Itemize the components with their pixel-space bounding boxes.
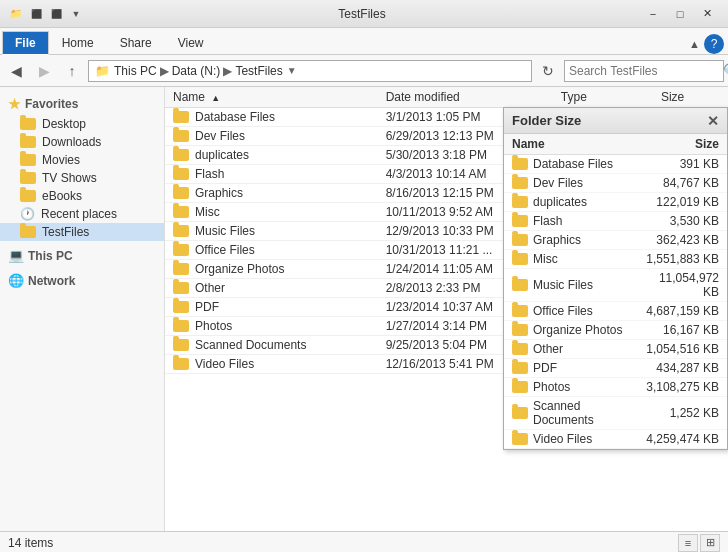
view-details-button[interactable]: ⊞	[700, 534, 720, 552]
sidebar-favorites-label: Favorites	[25, 97, 78, 111]
popup-table-row[interactable]: Office Files 4,687,159 KB	[504, 302, 727, 321]
folder-icon	[173, 339, 189, 351]
file-name: Graphics	[195, 186, 243, 200]
popup-table-row[interactable]: Graphics 362,423 KB	[504, 231, 727, 250]
computer-icon: 💻	[8, 248, 24, 263]
sidebar-item-label: Desktop	[42, 117, 86, 131]
popup-folder-name: Other	[533, 342, 563, 356]
ribbon-expand-icon[interactable]: ▲	[689, 38, 700, 50]
forward-button[interactable]: ▶	[32, 59, 56, 83]
window-title: TestFiles	[84, 7, 640, 21]
folder-icon	[512, 433, 528, 445]
dropdown-icon[interactable]: ▼	[68, 6, 84, 22]
popup-folder-name: Graphics	[533, 233, 581, 247]
file-name: Office Files	[195, 243, 255, 257]
popup-folder-name: Video Files	[533, 432, 592, 446]
sidebar-item-ebooks[interactable]: eBooks	[0, 187, 164, 205]
sidebar-item-downloads[interactable]: Downloads	[0, 133, 164, 151]
search-box[interactable]: 🔍	[564, 60, 724, 82]
sidebar-favorites-header[interactable]: ★ Favorites	[0, 93, 164, 115]
popup-folder-name: duplicates	[533, 195, 587, 209]
back-button[interactable]: ◀	[4, 59, 28, 83]
quick-access-icon: ⬛	[28, 6, 44, 22]
search-input[interactable]	[569, 64, 719, 78]
network-icon: 🌐	[8, 273, 24, 288]
folder-icon	[173, 301, 189, 313]
sidebar-thispc-header[interactable]: 💻 This PC	[0, 245, 164, 266]
popup-table-row[interactable]: duplicates 122,019 KB	[504, 193, 727, 212]
col-header-size[interactable]: Size	[653, 87, 728, 108]
sidebar-item-movies[interactable]: Movies	[0, 151, 164, 169]
folder-icon	[512, 407, 528, 419]
popup-folder-name: PDF	[533, 361, 557, 375]
popup-folder-name: Photos	[533, 380, 570, 394]
folder-icon	[512, 215, 528, 227]
sidebar-thispc-section: 💻 This PC	[0, 245, 164, 266]
sidebar: ★ Favorites Desktop Downloads Movies TV …	[0, 87, 165, 531]
folder-icon	[173, 111, 189, 123]
folder-icon	[173, 225, 189, 237]
recent-icon: 🕐	[20, 207, 35, 221]
file-name: Database Files	[195, 110, 275, 124]
col-header-date[interactable]: Date modified	[378, 87, 553, 108]
ribbon: File Home Share View ▲ ?	[0, 28, 728, 55]
popup-close-button[interactable]: ✕	[707, 113, 719, 129]
tab-share[interactable]: Share	[107, 31, 165, 54]
sidebar-item-testfiles[interactable]: TestFiles	[0, 223, 164, 241]
file-name: Scanned Documents	[195, 338, 306, 352]
maximize-button[interactable]: □	[667, 4, 693, 24]
view-list-button[interactable]: ≡	[678, 534, 698, 552]
sidebar-item-recent[interactable]: 🕐 Recent places	[0, 205, 164, 223]
folder-icon	[512, 253, 528, 265]
sidebar-item-tvshows[interactable]: TV Shows	[0, 169, 164, 187]
sidebar-item-label: eBooks	[42, 189, 82, 203]
file-list-header: Name ▲ Date modified Type Size	[165, 87, 728, 108]
sidebar-network-label: Network	[28, 274, 75, 288]
file-name: Photos	[195, 319, 232, 333]
folder-icon	[512, 177, 528, 189]
folder-icon	[20, 190, 36, 202]
up-button[interactable]: ↑	[60, 59, 84, 83]
folder-icon	[173, 282, 189, 294]
popup-folder-name: Organize Photos	[533, 323, 622, 337]
address-path[interactable]: 📁 This PC ▶ Data (N:) ▶ TestFiles ▼	[88, 60, 532, 82]
refresh-button[interactable]: ↻	[536, 59, 560, 83]
tab-view[interactable]: View	[165, 31, 217, 54]
popup-table-row[interactable]: Other 1,054,516 KB	[504, 340, 727, 359]
popup-table-row[interactable]: Photos 3,108,275 KB	[504, 378, 727, 397]
popup-table-row[interactable]: Scanned Documents 1,252 KB	[504, 397, 727, 430]
popup-col-name: Name	[504, 134, 637, 155]
popup-title: Folder Size	[512, 113, 581, 128]
sidebar-network-header[interactable]: 🌐 Network	[0, 270, 164, 291]
tab-home[interactable]: Home	[49, 31, 107, 54]
sidebar-item-label: Movies	[42, 153, 80, 167]
sidebar-item-desktop[interactable]: Desktop	[0, 115, 164, 133]
col-header-type[interactable]: Type	[553, 87, 653, 108]
popup-table: Name Size Database Files 391 KB Dev File…	[504, 134, 727, 449]
popup-table-row[interactable]: Organize Photos 16,167 KB	[504, 321, 727, 340]
col-header-name[interactable]: Name ▲	[165, 87, 378, 108]
popup-table-row[interactable]: Database Files 391 KB	[504, 155, 727, 174]
popup-folder-name: Scanned Documents	[533, 399, 629, 427]
popup-table-row[interactable]: Flash 3,530 KB	[504, 212, 727, 231]
folder-icon	[173, 149, 189, 161]
help-button[interactable]: ?	[704, 34, 724, 54]
folder-icon	[173, 206, 189, 218]
sidebar-item-label: TV Shows	[42, 171, 97, 185]
status-bar: 14 items ≡ ⊞	[0, 531, 728, 552]
tab-file[interactable]: File	[2, 31, 49, 55]
popup-table-row[interactable]: Video Files 4,259,474 KB	[504, 430, 727, 449]
file-name: Music Files	[195, 224, 255, 238]
popup-table-row[interactable]: Dev Files 84,767 KB	[504, 174, 727, 193]
close-button[interactable]: ✕	[694, 4, 720, 24]
popup-table-header: Name Size	[504, 134, 727, 155]
file-name: PDF	[195, 300, 219, 314]
minimize-button[interactable]: −	[640, 4, 666, 24]
popup-table-row[interactable]: Misc 1,551,883 KB	[504, 250, 727, 269]
window-controls: − □ ✕	[640, 4, 720, 24]
folder-icon	[512, 324, 528, 336]
popup-table-row[interactable]: PDF 434,287 KB	[504, 359, 727, 378]
folder-icon	[20, 226, 36, 238]
popup-table-row[interactable]: Music Files 11,054,972 KB	[504, 269, 727, 302]
file-name: Dev Files	[195, 129, 245, 143]
